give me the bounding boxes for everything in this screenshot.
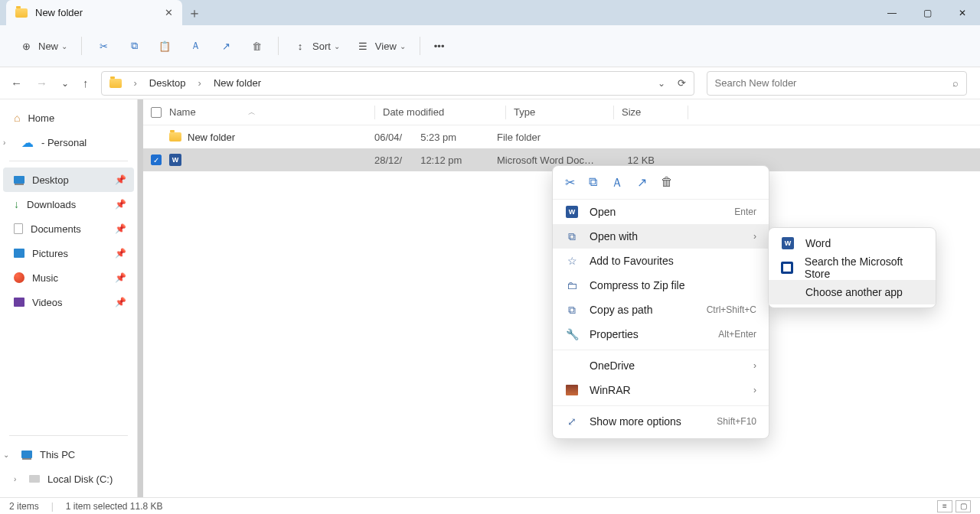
chevron-right-icon: › bbox=[134, 77, 137, 89]
cut-icon[interactable]: ✂ bbox=[565, 175, 575, 191]
search-icon[interactable]: ⌕ bbox=[952, 77, 959, 89]
expand-icon[interactable]: › bbox=[14, 475, 16, 483]
close-tab-icon[interactable]: ✕ bbox=[165, 7, 173, 18]
sort-label: Sort bbox=[312, 41, 331, 52]
new-tab-button[interactable]: ＋ bbox=[182, 1, 207, 25]
row-checkbox[interactable]: ✓ bbox=[143, 155, 169, 165]
copy-icon[interactable]: ⧉ bbox=[589, 175, 597, 191]
ctx-label: Add to Favourites bbox=[590, 255, 674, 267]
paste-button[interactable]: 📋 bbox=[149, 32, 180, 60]
copy-icon: ⧉ bbox=[126, 38, 142, 54]
pin-icon[interactable]: 📌 bbox=[115, 272, 126, 283]
sidebar-item-personal[interactable]: › ☁ - Personal bbox=[3, 130, 134, 155]
ctx-shortcut: Alt+Enter bbox=[718, 329, 756, 340]
ctx-label: Open bbox=[590, 206, 616, 218]
pin-icon[interactable]: 📌 bbox=[115, 174, 126, 185]
sub-choose-another[interactable]: Choose another app bbox=[769, 280, 936, 304]
sidebar-label: This PC bbox=[40, 449, 75, 460]
view-button[interactable]: ☰ View ⌄ bbox=[348, 32, 413, 60]
new-button[interactable]: ⊕ New ⌄ bbox=[11, 32, 75, 60]
folder-icon bbox=[169, 132, 181, 142]
col-type[interactable]: Type bbox=[514, 106, 613, 118]
sub-store[interactable]: Search the Microsoft Store bbox=[769, 255, 936, 280]
more-icon: ••• bbox=[434, 41, 445, 52]
pin-icon[interactable]: 📌 bbox=[115, 248, 126, 259]
separator bbox=[81, 37, 82, 55]
search-box[interactable]: ⌕ bbox=[707, 71, 967, 96]
sidebar-label: Documents bbox=[31, 223, 81, 235]
pin-icon[interactable]: 📌 bbox=[115, 223, 126, 234]
details-view-button[interactable]: ≡ bbox=[937, 500, 952, 512]
crumb-desktop[interactable]: Desktop bbox=[149, 77, 186, 89]
more-button[interactable]: ••• bbox=[426, 32, 452, 60]
folder-icon bbox=[109, 79, 122, 88]
sidebar-item-music[interactable]: Music 📌 bbox=[3, 265, 134, 290]
share-icon[interactable]: ↗ bbox=[637, 175, 647, 191]
context-menu: ✂ ⧉ Ａ ↗ 🗑 W Open Enter ⧉ Open with › ☆ A… bbox=[552, 165, 769, 439]
cut-button[interactable]: ✂ bbox=[88, 32, 119, 60]
pin-icon[interactable]: 📌 bbox=[115, 297, 126, 307]
col-size[interactable]: Size bbox=[622, 106, 688, 118]
ctx-open-with[interactable]: ⧉ Open with › bbox=[553, 224, 769, 249]
up-button[interactable]: ↑ bbox=[83, 76, 89, 89]
view-label: View bbox=[375, 41, 397, 52]
maximize-button[interactable]: ▢ bbox=[910, 0, 945, 25]
col-name[interactable]: Name ︿ bbox=[169, 106, 374, 118]
copy-button[interactable]: ⧉ bbox=[119, 32, 149, 60]
separator bbox=[9, 161, 128, 161]
title-bar: New folder ✕ ＋ ― ▢ ✕ bbox=[0, 0, 980, 25]
sidebar-item-thispc[interactable]: ⌄ This PC bbox=[3, 442, 134, 467]
cut-icon: ✂ bbox=[96, 38, 111, 54]
sub-word[interactable]: W Word bbox=[769, 231, 936, 255]
minimize-button[interactable]: ― bbox=[874, 0, 910, 25]
forward-button[interactable]: → bbox=[36, 76, 47, 89]
expand-icon[interactable]: ⌄ bbox=[3, 451, 9, 459]
ctx-add-favourites[interactable]: ☆ Add to Favourites bbox=[553, 249, 769, 273]
sidebar-item-localdisk[interactable]: › Local Disk (C:) bbox=[3, 467, 134, 491]
back-button[interactable]: ← bbox=[11, 76, 22, 89]
delete-button[interactable]: 🗑 bbox=[241, 32, 272, 60]
file-type: Microsoft Word Doc… bbox=[497, 155, 594, 166]
ctx-show-more[interactable]: ⤢ Show more options Shift+F10 bbox=[553, 409, 769, 434]
share-button[interactable]: ↗ bbox=[211, 32, 241, 60]
recent-button[interactable]: ⌄ bbox=[61, 78, 69, 89]
sort-button[interactable]: ↕ Sort ⌄ bbox=[285, 32, 348, 60]
file-row[interactable]: New folder 06/04/ 5:23 pm File folder bbox=[143, 125, 980, 148]
crumb-current[interactable]: New folder bbox=[214, 77, 261, 89]
ctx-winrar[interactable]: WinRAR › bbox=[553, 378, 769, 402]
trash-icon[interactable]: 🗑 bbox=[661, 175, 673, 191]
search-input[interactable] bbox=[715, 77, 952, 89]
rename-icon[interactable]: Ａ bbox=[611, 175, 623, 191]
nav-row: ← → ⌄ ↑ › Desktop › New folder ⌄ ⟳ ⌕ bbox=[0, 67, 980, 99]
ctx-copy-path[interactable]: ⧉ Copy as path Ctrl+Shift+C bbox=[553, 298, 769, 322]
file-size: 12 KB bbox=[628, 155, 655, 166]
select-all-checkbox[interactable] bbox=[143, 107, 169, 118]
close-window-button[interactable]: ✕ bbox=[945, 0, 980, 25]
rename-button[interactable]: Ａ bbox=[180, 32, 211, 60]
chevron-down-icon: ⌄ bbox=[400, 42, 406, 50]
ctx-compress-zip[interactable]: 🗀 Compress to Zip file bbox=[553, 273, 769, 298]
expand-icon[interactable]: › bbox=[3, 138, 5, 147]
address-bar[interactable]: › Desktop › New folder ⌄ ⟳ bbox=[101, 71, 694, 96]
ctx-open[interactable]: W Open Enter bbox=[553, 200, 769, 224]
sidebar-item-videos[interactable]: Videos 📌 bbox=[3, 290, 134, 314]
sidebar-item-downloads[interactable]: ↓ Downloads 📌 bbox=[3, 192, 134, 216]
large-icons-view-button[interactable]: ▢ bbox=[956, 500, 971, 512]
chevron-right-icon: › bbox=[198, 77, 201, 89]
sidebar-label: - Personal bbox=[41, 137, 87, 148]
pin-icon[interactable]: 📌 bbox=[115, 199, 126, 210]
sidebar-label: Pictures bbox=[32, 248, 68, 259]
refresh-icon[interactable]: ⟳ bbox=[678, 77, 686, 89]
ctx-properties[interactable]: 🔧 Properties Alt+Enter bbox=[553, 322, 769, 346]
tab-new-folder[interactable]: New folder ✕ bbox=[6, 0, 182, 25]
address-dropdown-icon[interactable]: ⌄ bbox=[658, 78, 665, 89]
scrollbar[interactable] bbox=[138, 99, 143, 497]
col-date[interactable]: Date modified bbox=[383, 106, 505, 118]
sidebar-item-desktop[interactable]: Desktop 📌 bbox=[3, 168, 134, 192]
sidebar-item-home[interactable]: ⌂ Home bbox=[3, 106, 134, 130]
ctx-label: WinRAR bbox=[590, 384, 631, 396]
tab-strip: New folder ✕ ＋ bbox=[0, 0, 207, 25]
sidebar-item-pictures[interactable]: Pictures 📌 bbox=[3, 241, 134, 265]
ctx-onedrive[interactable]: OneDrive › bbox=[553, 353, 769, 378]
sidebar-item-documents[interactable]: Documents 📌 bbox=[3, 216, 134, 241]
